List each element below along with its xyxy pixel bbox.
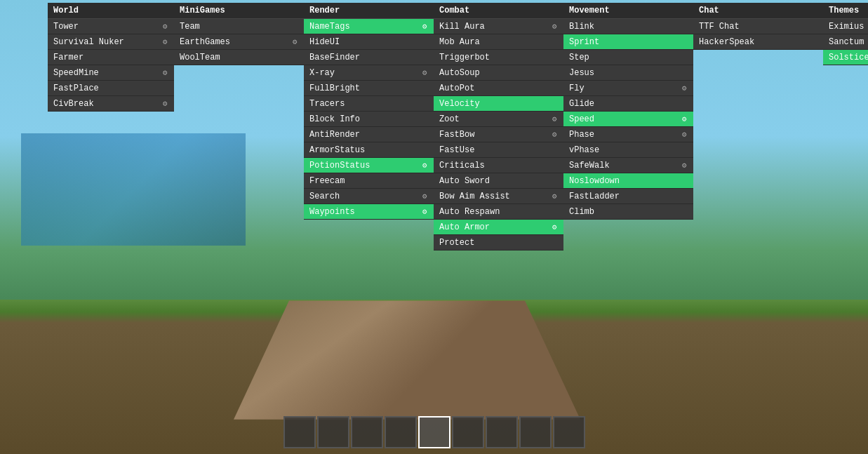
menu-item-render-hideui[interactable]: HideUI [304,34,434,50]
menu-item-combat-fastuse[interactable]: FastUse [434,142,563,158]
menu-item-label: EarthGames [180,37,230,47]
menu-item-label: FastLadder [569,192,620,201]
menu-item-combat-zoot[interactable]: Zoot⚙ [434,112,563,127]
menu-item-combat-kill-aura[interactable]: Kill Aura⚙ [434,19,563,34]
gear-icon[interactable]: ⚙ [160,68,170,78]
menu-item-movement-climb[interactable]: Climb [563,204,693,220]
menu-item-movement-glide[interactable]: Glide [563,96,693,112]
menu-item-render-search[interactable]: Search⚙ [304,189,434,204]
gear-icon[interactable]: ⚙ [420,68,429,78]
menu-item-render-block-info[interactable]: Block Info [304,112,434,127]
menu-item-combat-auto-respawn[interactable]: Auto Respawn [434,204,563,220]
menu-item-label: Noslowdown [569,176,620,186]
menu-item-render-basefinder[interactable]: BaseFinder [304,50,434,65]
menu-container: WorldTower⚙Survival Nuker⚙FarmerSpeedMin… [48,3,868,251]
menu-item-render-potionstatus[interactable]: PotionStatus⚙ [304,158,434,173]
menu-item-movement-noslowdown[interactable]: Noslowdown [563,173,693,189]
menu-item-label: FullBright [309,84,360,93]
menu-item-themes-solstice[interactable]: Solstice⚙ [823,50,868,65]
menu-item-render-antirender[interactable]: AntiRender [304,127,434,142]
menu-column-minigames: MiniGamesTeamEarthGames⚙WoolTeam [174,3,304,251]
menu-item-minigames-woolteam[interactable]: WoolTeam [174,50,304,65]
menu-item-movement-vphase[interactable]: vPhase [563,142,693,158]
gear-icon[interactable]: ⚙ [549,114,559,124]
gear-icon[interactable]: ⚙ [420,192,429,201]
menu-item-combat-auto-armor[interactable]: Auto Armor⚙ [434,220,563,235]
menu-item-label: SpeedMine [53,68,99,78]
gear-icon[interactable]: ⚙ [160,99,170,109]
menu-item-label: Bow Aim Assist [439,192,510,201]
gear-icon[interactable]: ⚙ [160,37,170,47]
menu-item-label: Freecam [309,176,345,186]
menu-item-combat-mob-aura[interactable]: Mob Aura [434,34,563,50]
menu-item-render-waypoints[interactable]: Waypoints⚙ [304,204,434,220]
gear-icon[interactable]: ⚙ [420,207,429,217]
menu-item-combat-autopot[interactable]: AutoPot [434,81,563,96]
menu-item-themes-sanctum[interactable]: Sanctum [823,34,868,50]
menu-item-chat-hackerspeak[interactable]: HackerSpeak [693,34,823,50]
menu-item-movement-phase[interactable]: Phase⚙ [563,127,693,142]
gear-icon[interactable]: ⚙ [420,22,429,32]
menu-item-label: Auto Armor [439,222,490,232]
gear-icon[interactable]: ⚙ [549,192,559,201]
gear-icon[interactable]: ⚙ [290,37,300,47]
menu-item-label: FastUse [439,145,474,155]
menu-item-render-fullbright[interactable]: FullBright [304,81,434,96]
menu-item-chat-ttf-chat[interactable]: TTF Chat [693,19,823,34]
menu-item-label: Step [569,53,589,62]
gear-icon[interactable]: ⚙ [549,222,559,232]
menu-item-movement-blink[interactable]: Blink [563,19,693,34]
menu-header-world: World [48,3,174,19]
menu-item-render-tracers[interactable]: Tracers [304,96,434,112]
menu-item-movement-speed[interactable]: Speed⚙ [563,112,693,127]
menu-item-combat-triggerbot[interactable]: Triggerbot [434,50,563,65]
menu-item-movement-safewalk[interactable]: SafeWalk⚙ [563,158,693,173]
menu-item-combat-criticals[interactable]: Criticals [434,158,563,173]
menu-item-movement-jesus[interactable]: Jesus [563,65,693,81]
gear-icon[interactable]: ⚙ [420,161,429,171]
gear-icon[interactable]: ⚙ [549,130,559,140]
menu-item-label: Climb [569,207,594,217]
menu-header-themes: Themes [823,3,868,19]
menu-item-minigames-team[interactable]: Team [174,19,304,34]
menu-item-label: FastPlace [53,84,99,93]
gear-icon[interactable]: ⚙ [549,22,559,32]
menu-item-label: vPhase [569,145,599,155]
menu-item-render-nametags[interactable]: NameTags⚙ [304,19,434,34]
menu-header-chat: Chat [693,3,823,19]
gear-icon[interactable]: ⚙ [679,84,689,93]
gear-icon[interactable]: ⚙ [679,130,689,140]
menu-item-label: AutoPot [439,84,474,93]
menu-item-label: ArmorStatus [309,145,365,155]
menu-item-world-fastplace[interactable]: FastPlace [48,81,174,96]
menu-item-combat-fastbow[interactable]: FastBow⚙ [434,127,563,142]
gear-icon[interactable]: ⚙ [679,114,689,124]
menu-item-combat-autosoup[interactable]: AutoSoup [434,65,563,81]
menu-item-combat-bow-aim-assist[interactable]: Bow Aim Assist⚙ [434,189,563,204]
menu-item-combat-protect[interactable]: Protect [434,235,563,251]
menu-item-render-armorstatus[interactable]: ArmorStatus [304,142,434,158]
menu-item-movement-step[interactable]: Step [563,50,693,65]
menu-item-label: Jesus [569,68,594,78]
menu-item-themes-eximius[interactable]: Eximius⚙ [823,19,868,34]
menu-item-movement-fastladder[interactable]: FastLadder [563,189,693,204]
menu-item-render-x-ray[interactable]: X-ray⚙ [304,65,434,81]
menu-item-label: Zoot [439,114,460,124]
menu-item-label: Sprint [569,37,599,47]
gear-icon[interactable]: ⚙ [679,161,689,171]
menu-item-combat-velocity[interactable]: Velocity [434,96,563,112]
menu-item-combat-auto-sword[interactable]: Auto Sword [434,173,563,189]
menu-item-label: X-ray [309,68,335,78]
menu-item-world-survival-nuker[interactable]: Survival Nuker⚙ [48,34,174,50]
menu-item-world-speedmine[interactable]: SpeedMine⚙ [48,65,174,81]
menu-item-label: Mob Aura [439,37,480,47]
menu-item-world-civbreak[interactable]: CivBreak⚙ [48,96,174,112]
menu-item-world-tower[interactable]: Tower⚙ [48,19,174,34]
menu-item-world-farmer[interactable]: Farmer [48,50,174,65]
gear-icon[interactable]: ⚙ [160,22,170,32]
menu-item-movement-sprint[interactable]: Sprint [563,34,693,50]
menu-item-minigames-earthgames[interactable]: EarthGames⚙ [174,34,304,50]
menu-item-render-freecam[interactable]: Freecam [304,173,434,189]
menu-item-label: Survival Nuker [53,37,124,47]
menu-item-movement-fly[interactable]: Fly⚙ [563,81,693,96]
